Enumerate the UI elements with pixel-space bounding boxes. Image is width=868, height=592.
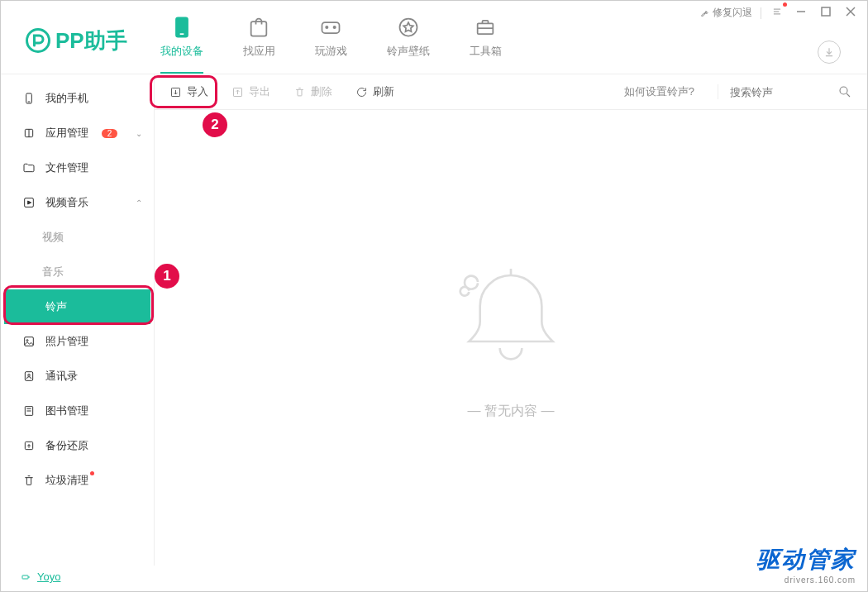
download-button[interactable]: [818, 41, 841, 64]
tool-label: 刷新: [373, 84, 394, 99]
sidebar-item-video[interactable]: 视频: [1, 220, 154, 255]
sidebar-item-label: 通讯录: [45, 369, 78, 384]
toolbox-icon: [474, 16, 497, 39]
sidebar-item-label: 视频: [42, 230, 64, 245]
logo-icon: [26, 28, 50, 53]
menu-button[interactable]: [770, 4, 785, 21]
sidebar-item-label: 垃圾清理: [45, 473, 88, 488]
svg-point-22: [26, 340, 28, 341]
title-bar: 修复闪退: [700, 4, 859, 21]
sidebar-item-photo-mgmt[interactable]: 照片管理: [1, 324, 154, 359]
tab-my-device[interactable]: 我的设备: [160, 16, 203, 65]
device-name[interactable]: Yoyo: [37, 571, 60, 583]
book-icon: [22, 404, 36, 418]
contacts-icon: [22, 370, 36, 383]
tab-ringtone-wallpaper[interactable]: 铃声壁纸: [387, 16, 430, 65]
import-icon: [169, 86, 182, 98]
backup-icon: [22, 439, 36, 452]
svg-point-12: [326, 26, 327, 28]
fix-crash-label: 修复闪退: [713, 6, 752, 20]
sidebar: 我的手机 应用管理 2 ⌄ 文件管理 视频音乐 ⌃ 视频 音乐 铃声 照片管理: [1, 74, 155, 566]
help-link[interactable]: 如何设置铃声?: [624, 84, 694, 99]
sidebar-item-contacts[interactable]: 通讯录: [1, 359, 154, 394]
sidebar-item-label: 文件管理: [45, 160, 88, 175]
maximize-button[interactable]: [818, 5, 834, 21]
tab-label: 铃声壁纸: [387, 44, 430, 59]
separator: [761, 7, 761, 19]
tab-label: 玩游戏: [315, 44, 347, 59]
sidebar-item-my-phone[interactable]: 我的手机: [1, 81, 154, 116]
svg-rect-10: [251, 21, 267, 36]
sidebar-item-label: 图书管理: [45, 403, 88, 418]
svg-point-7: [27, 30, 50, 52]
export-icon: [231, 86, 244, 98]
toolbar: 导入 导出 删除 刷新 如何设置铃声?: [155, 74, 867, 110]
tool-label: 删除: [311, 84, 332, 99]
fix-crash-button[interactable]: 修复闪退: [700, 6, 752, 20]
bag-icon: [247, 16, 270, 39]
sidebar-item-video-music[interactable]: 视频音乐 ⌃: [1, 185, 154, 220]
search-icon[interactable]: [837, 84, 852, 99]
search-box: [718, 84, 852, 99]
tab-toolbox[interactable]: 工具箱: [470, 16, 502, 65]
empty-text: — 暂无内容 —: [468, 403, 555, 420]
svg-rect-11: [322, 22, 340, 33]
svg-point-13: [334, 26, 336, 28]
app-count-badge: 2: [102, 129, 118, 138]
play-icon: [22, 196, 36, 209]
tab-label: 我的设备: [160, 44, 203, 59]
export-button[interactable]: 导出: [231, 84, 270, 99]
battery-icon: [21, 572, 31, 582]
sidebar-item-music[interactable]: 音乐: [1, 255, 154, 289]
sidebar-item-ringtone[interactable]: 铃声: [4, 289, 150, 324]
delete-icon: [293, 86, 306, 98]
chevron-down-icon: ⌄: [136, 129, 142, 138]
notification-dot-icon: [90, 471, 94, 475]
device-icon: [170, 16, 193, 39]
top-tabs: 我的设备 找应用 玩游戏 铃声壁纸 工具箱: [160, 16, 502, 65]
bell-icon: [445, 255, 577, 388]
empty-state: — 暂无内容 —: [155, 110, 867, 566]
sidebar-item-label: 我的手机: [45, 91, 88, 106]
annotation-badge-1: 1: [155, 264, 179, 289]
content-area: 导入 导出 删除 刷新 如何设置铃声?: [155, 74, 867, 566]
sidebar-item-book-mgmt[interactable]: 图书管理: [1, 394, 154, 428]
device-footer[interactable]: Yoyo: [21, 571, 60, 583]
main-area: 我的手机 应用管理 2 ⌄ 文件管理 视频音乐 ⌃ 视频 音乐 铃声 照片管理: [1, 74, 867, 566]
sidebar-item-label: 视频音乐: [45, 195, 88, 210]
tab-label: 找应用: [243, 44, 275, 59]
sidebar-item-label: 应用管理: [45, 126, 88, 141]
sidebar-item-label: 音乐: [42, 265, 64, 279]
sidebar-item-backup[interactable]: 备份还原: [1, 428, 154, 463]
app-logo: PP助手: [26, 26, 127, 55]
star-icon: [397, 16, 420, 39]
tab-find-app[interactable]: 找应用: [243, 16, 275, 65]
sidebar-item-trash[interactable]: 垃圾清理: [1, 463, 154, 498]
svg-rect-4: [822, 7, 830, 16]
chevron-up-icon: ⌃: [136, 198, 142, 208]
tab-games[interactable]: 玩游戏: [315, 16, 347, 65]
sidebar-item-label: 照片管理: [45, 334, 88, 349]
sidebar-item-file-mgmt[interactable]: 文件管理: [1, 150, 154, 185]
svg-rect-33: [22, 575, 28, 579]
gamepad-icon: [319, 16, 342, 39]
close-button[interactable]: [842, 5, 859, 21]
annotation-badge-2: 2: [203, 112, 227, 137]
tool-label: 导出: [249, 84, 270, 99]
tool-label: 导入: [187, 84, 208, 99]
import-button[interactable]: 导入: [169, 84, 208, 99]
sidebar-item-label: 铃声: [45, 299, 67, 314]
svg-line-32: [847, 93, 850, 97]
tab-label: 工具箱: [470, 44, 502, 59]
minimize-button[interactable]: [793, 5, 809, 21]
image-icon: [22, 335, 36, 348]
watermark: 驱动管家 drivers.160.com: [756, 544, 856, 585]
logo-text: PP助手: [55, 26, 127, 55]
refresh-button[interactable]: 刷新: [355, 84, 394, 99]
refresh-icon: [355, 86, 368, 98]
sidebar-item-label: 备份还原: [45, 438, 88, 453]
sidebar-item-app-mgmt[interactable]: 应用管理 2 ⌄: [1, 116, 154, 150]
search-input[interactable]: [730, 86, 829, 98]
delete-button[interactable]: 删除: [293, 84, 332, 99]
notification-dot-icon: [783, 2, 787, 7]
